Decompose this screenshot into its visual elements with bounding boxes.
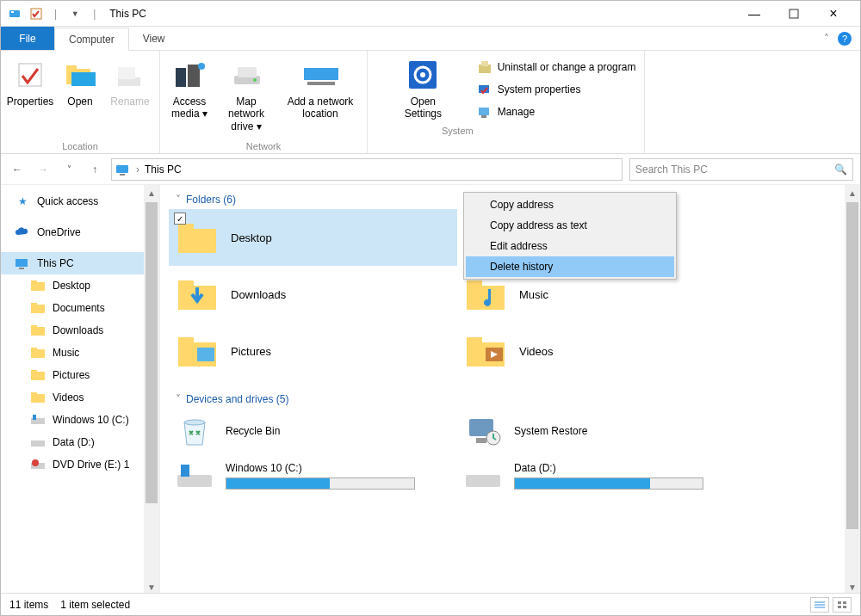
folder-pictures[interactable]: Pictures	[169, 323, 457, 379]
navigation-pane: ▲▼ ★Quick access OneDrive This PC Deskto…	[1, 185, 160, 594]
drive-c[interactable]: Windows 10 (C:)	[169, 453, 457, 498]
svg-rect-36	[31, 325, 37, 329]
collapse-ribbon-icon[interactable]: ˄	[824, 33, 829, 45]
folder-videos[interactable]: Videos	[457, 323, 746, 379]
window-title: This PC	[109, 8, 146, 20]
svg-rect-3	[790, 9, 798, 18]
ribbon: Properties Open Rename Location Access m…	[1, 51, 860, 154]
drive-icon	[30, 434, 46, 450]
help-icon[interactable]: ?	[838, 32, 852, 46]
nav-drive-d[interactable]: Data (D:)	[1, 431, 159, 453]
access-media-button[interactable]: Access media ▾	[165, 54, 214, 139]
svg-rect-0	[9, 10, 20, 17]
view-details-button[interactable]	[810, 597, 829, 613]
qat-properties-icon[interactable]	[28, 6, 44, 22]
nav-downloads[interactable]: Downloads	[1, 319, 159, 342]
group-location: Properties Open Rename Location	[1, 51, 160, 153]
chevron-down-icon[interactable]: ˅	[176, 194, 181, 206]
svg-rect-16	[304, 68, 321, 80]
context-copy-address-text[interactable]: Copy address as text	[466, 215, 674, 236]
svg-rect-76	[843, 606, 846, 608]
back-button[interactable]: ←	[8, 160, 27, 179]
chevron-down-icon[interactable]: ˅	[176, 393, 181, 405]
system-properties-button[interactable]: System properties	[477, 80, 636, 99]
folder-icon	[30, 323, 46, 338]
svg-rect-44	[33, 415, 36, 420]
app-icon	[8, 6, 23, 22]
manage-button[interactable]: Manage	[477, 102, 636, 121]
drive-system-restore[interactable]: System Restore	[457, 409, 746, 453]
tab-computer[interactable]: Computer	[54, 28, 129, 51]
up-button[interactable]: ↑	[85, 160, 104, 179]
nav-dvd[interactable]: DVD Drive (E:) 1	[1, 453, 159, 476]
qat-dropdown-icon[interactable]: ▼	[67, 6, 83, 22]
address-box[interactable]: › This PC	[111, 158, 623, 181]
context-copy-address[interactable]: Copy address	[466, 194, 674, 215]
group-network: Access media ▾ Map network drive ▾ Add a…	[160, 51, 368, 153]
group-system: Open Settings System Uninstall or change…	[368, 51, 645, 153]
forward-button[interactable]: →	[34, 160, 53, 179]
nav-documents[interactable]: Documents	[1, 297, 159, 319]
close-button[interactable]: ×	[814, 1, 853, 27]
folder-downloads[interactable]: Downloads	[169, 266, 457, 323]
group-system-label: System	[442, 126, 474, 136]
nav-scrollbar[interactable]: ▲▼	[144, 185, 159, 594]
tab-view[interactable]: View	[129, 27, 180, 50]
nav-onedrive[interactable]: OneDrive	[1, 221, 159, 243]
open-button[interactable]: Open	[56, 54, 104, 139]
svg-rect-48	[178, 229, 216, 253]
svg-rect-67	[177, 475, 212, 487]
context-delete-history[interactable]: Delete history	[466, 256, 674, 277]
system-restore-icon	[464, 412, 502, 450]
context-menu: Copy address Copy address as text Edit a…	[463, 192, 677, 280]
rename-button[interactable]: Rename	[106, 54, 154, 139]
properties-button[interactable]: Properties	[6, 54, 54, 139]
view-icons-button[interactable]	[833, 597, 852, 613]
svg-rect-56	[467, 280, 482, 289]
svg-rect-18	[307, 82, 335, 85]
drive-recycle-bin[interactable]: Recycle Bin	[169, 409, 457, 453]
svg-rect-74	[843, 601, 846, 604]
nav-music[interactable]: Music	[1, 342, 159, 364]
add-network-location-button[interactable]: Add a network location	[279, 54, 362, 139]
group-location-label: Location	[62, 141, 98, 151]
search-placeholder: Search This PC	[635, 163, 708, 176]
checkbox-icon[interactable]: ✓	[174, 213, 186, 225]
drive-d[interactable]: Data (D:)	[457, 453, 746, 498]
nav-desktop[interactable]: Desktop	[1, 274, 159, 297]
title-separator: |	[93, 8, 96, 20]
group-network-label: Network	[246, 141, 281, 151]
folder-icon	[30, 367, 46, 383]
titlebar: | ▼ | This PC — ×	[1, 1, 860, 27]
status-selected: 1 item selected	[60, 599, 130, 611]
map-drive-button[interactable]: Map network drive ▾	[215, 54, 277, 139]
pc-icon	[115, 163, 131, 176]
svg-rect-7	[71, 72, 96, 86]
nav-this-pc[interactable]: This PC	[1, 252, 159, 274]
context-edit-address[interactable]: Edit address	[466, 236, 674, 256]
nav-quick-access[interactable]: ★Quick access	[1, 190, 159, 213]
svg-rect-25	[479, 108, 489, 115]
drive-icon	[176, 457, 214, 495]
svg-rect-49	[178, 224, 194, 232]
minimize-button[interactable]: —	[734, 1, 774, 27]
uninstall-button[interactable]: Uninstall or change a program	[477, 58, 636, 77]
search-box[interactable]: Search This PC 🔍	[629, 158, 853, 181]
svg-rect-68	[181, 465, 189, 477]
folder-desktop[interactable]: ✓ Desktop	[169, 209, 457, 266]
nav-videos[interactable]: Videos	[1, 386, 159, 409]
tab-file[interactable]: File	[1, 27, 54, 50]
maximize-button[interactable]	[774, 1, 814, 27]
open-settings-button[interactable]: Open Settings	[399, 54, 447, 124]
svg-rect-45	[31, 440, 45, 447]
nav-drive-c[interactable]: Windows 10 (C:)	[1, 409, 159, 431]
svg-rect-75	[838, 606, 841, 608]
nav-pictures[interactable]: Pictures	[1, 364, 159, 386]
content-scrollbar[interactable]: ▲▼	[845, 185, 860, 594]
svg-rect-11	[188, 65, 200, 87]
svg-rect-4	[19, 64, 41, 86]
svg-rect-23	[481, 61, 488, 66]
breadcrumb-root[interactable]: This PC	[145, 163, 182, 176]
svg-point-12	[198, 63, 205, 70]
recent-dropdown[interactable]: ˅	[59, 160, 78, 179]
